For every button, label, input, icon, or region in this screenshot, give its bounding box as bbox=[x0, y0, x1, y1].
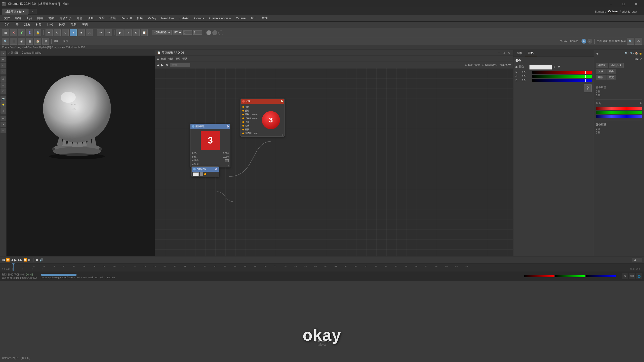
btn-render-full[interactable]: ▷ bbox=[125, 29, 132, 36]
btn-x[interactable]: X bbox=[10, 29, 17, 36]
tl-to-end[interactable]: ⏭ bbox=[28, 258, 31, 262]
menu-realflow[interactable]: RealFlow bbox=[159, 16, 176, 21]
taskbar-icon3[interactable]: 🌐 bbox=[636, 273, 642, 279]
sidebar-sky[interactable]: ☁ bbox=[1, 122, 6, 127]
sidebar-scale[interactable]: ⤡ bbox=[1, 69, 6, 74]
val1-input[interactable] bbox=[183, 30, 192, 35]
menu-tools[interactable]: 工具 bbox=[24, 16, 35, 21]
menu2-file[interactable]: 文件 bbox=[2, 22, 13, 27]
ne-back[interactable]: ◀ bbox=[157, 63, 159, 67]
btn-t2-4[interactable]: 🏠 bbox=[34, 38, 41, 45]
menu-file[interactable]: 文件 bbox=[2, 16, 13, 21]
menu-help[interactable]: 帮助 bbox=[259, 16, 270, 21]
fr-btn-displace[interactable]: 置换 bbox=[607, 69, 616, 74]
menu-anim[interactable]: 动画 bbox=[85, 16, 96, 21]
taskbar-icon2[interactable]: ⌨ bbox=[629, 273, 635, 279]
btn-octane-icon[interactable]: O bbox=[581, 39, 586, 44]
r-bar[interactable] bbox=[532, 71, 592, 74]
btn-move[interactable]: ✥ bbox=[46, 29, 53, 36]
menu-grey[interactable]: Greyscalegorilla bbox=[207, 16, 233, 21]
tl-audio[interactable]: 🔊 bbox=[39, 258, 43, 262]
sidebar-move[interactable]: ✥ bbox=[1, 57, 6, 62]
btn-t2-search[interactable]: 🔍 bbox=[2, 38, 9, 45]
menu2-object[interactable]: 对象 bbox=[22, 22, 33, 27]
ne-aov[interactable]: 渲染AOVs bbox=[500, 63, 511, 67]
fr-btn-roughness[interactable]: 相糙度 bbox=[596, 63, 608, 68]
sidebar-select[interactable]: ↗ bbox=[1, 51, 6, 56]
btn-color2[interactable] bbox=[212, 30, 217, 35]
btn-redo[interactable]: ↪ bbox=[105, 29, 112, 36]
hdr-select[interactable]: HDR/sRGB bbox=[152, 30, 172, 35]
rrq-out-port[interactable] bbox=[215, 168, 217, 170]
color-swatch[interactable] bbox=[529, 65, 552, 70]
btn-render-settings[interactable]: ⚙ bbox=[133, 29, 140, 36]
btn-t2-1[interactable]: ☰ bbox=[10, 38, 17, 45]
ne-search[interactable] bbox=[170, 63, 190, 67]
btn-z[interactable]: Z bbox=[26, 29, 33, 36]
preset-octane[interactable]: Octane bbox=[608, 10, 618, 13]
menu-render[interactable]: 渲染 bbox=[107, 16, 118, 21]
node-menu-help[interactable]: 帮助 bbox=[182, 57, 187, 61]
tl-prev-frame[interactable]: ⏪ bbox=[6, 258, 10, 262]
preset-vray[interactable]: vray bbox=[632, 10, 637, 13]
g-bar[interactable] bbox=[532, 75, 592, 78]
diffuse-out-port[interactable] bbox=[227, 125, 229, 127]
color-edit-icon[interactable]: ✏ bbox=[553, 65, 556, 69]
preset-redshift[interactable]: Redshift bbox=[620, 10, 630, 13]
node-canvas[interactable]: 图像纹理 3 色 1.000 值 2.200 bbox=[155, 68, 513, 256]
fr-btn-aniso[interactable]: 各向异性 bbox=[609, 63, 624, 68]
fr-btn-edit[interactable]: 编辑 bbox=[596, 75, 606, 80]
ne-get-mat[interactable]: 获取激活材质 bbox=[465, 63, 480, 67]
node-menu-create[interactable]: 创建 bbox=[168, 57, 173, 61]
menu-extend[interactable]: 扩展 bbox=[134, 16, 145, 21]
menu-redshift[interactable]: Redshift bbox=[118, 16, 134, 21]
node-win-min[interactable]: ─ bbox=[498, 51, 500, 55]
btn-sphere[interactable]: ● bbox=[70, 29, 77, 36]
node-win-close[interactable]: ✕ bbox=[508, 51, 510, 55]
menu-object[interactable]: 对象 bbox=[46, 16, 57, 21]
menu-corona[interactable]: Corona bbox=[192, 16, 207, 21]
mat-out-port[interactable] bbox=[281, 100, 283, 102]
fr-btn-assign[interactable]: 指定 bbox=[607, 75, 616, 80]
far-home[interactable]: 🏠 bbox=[635, 52, 638, 55]
diffuse-node[interactable]: 图像纹理 3 色 1.000 值 2.200 bbox=[190, 124, 230, 167]
sidebar-select2[interactable]: ◻ bbox=[1, 88, 6, 94]
color-arrow-icon[interactable]: ▼ bbox=[557, 65, 560, 69]
ne-refresh[interactable]: ↻ bbox=[166, 63, 168, 67]
menu2-cloud[interactable]: 云 bbox=[13, 22, 21, 27]
rrq-port[interactable] bbox=[204, 173, 206, 175]
diffuse-resize[interactable]: ⊞ bbox=[228, 165, 230, 167]
tab-basic[interactable]: 基本 bbox=[513, 50, 525, 56]
tl-play-fwd[interactable]: ▶▶ bbox=[18, 258, 22, 262]
ne-fwd[interactable]: ▶ bbox=[161, 63, 164, 67]
tab-new[interactable]: + bbox=[28, 9, 36, 14]
tl-to-start[interactable]: ⏮ bbox=[2, 258, 5, 262]
preset-standard[interactable]: Standard bbox=[595, 10, 606, 13]
btn-y[interactable]: Y bbox=[18, 29, 25, 36]
btn-color3[interactable] bbox=[218, 30, 223, 35]
vp-toolbar-cam[interactable]: ▷ bbox=[8, 51, 10, 54]
fr-btn-normal[interactable]: 法线 bbox=[596, 69, 606, 74]
far-lock[interactable]: 🔒 bbox=[639, 52, 642, 55]
btn-box[interactable]: ■ bbox=[78, 29, 85, 36]
sidebar-floor[interactable]: ▬ bbox=[1, 116, 6, 121]
menu-vray[interactable]: V-Ray bbox=[145, 16, 159, 21]
menu-char[interactable]: 角色 bbox=[74, 16, 85, 21]
menu-mograph[interactable]: 运动图形 bbox=[57, 16, 74, 21]
node-menu-view[interactable]: 视图 bbox=[175, 57, 180, 61]
node-menu-icon[interactable]: ☰ bbox=[157, 57, 159, 60]
btn-undo[interactable]: ↩ bbox=[97, 29, 104, 36]
btn-render-queue[interactable]: 📋 bbox=[141, 29, 148, 36]
sidebar-light[interactable]: 💡 bbox=[1, 102, 6, 108]
btn-render-view[interactable]: ▶ bbox=[116, 29, 124, 36]
taskbar-icon1[interactable]: S bbox=[622, 273, 628, 279]
vp-display[interactable]: Gouraud Shading bbox=[22, 51, 41, 54]
sidebar-mat[interactable]: ◈ bbox=[1, 108, 6, 114]
node-menu-edit[interactable]: 编辑 bbox=[161, 57, 166, 61]
close-button[interactable]: ✕ bbox=[630, 0, 642, 8]
b-bar[interactable] bbox=[532, 79, 592, 82]
btn-lock[interactable]: 🔒 bbox=[34, 29, 41, 36]
btn-rotate[interactable]: ↻ bbox=[54, 29, 61, 36]
menu-window[interactable]: 窗口 bbox=[248, 16, 259, 21]
menu-3dtoall[interactable]: 3DToAll bbox=[176, 16, 192, 21]
